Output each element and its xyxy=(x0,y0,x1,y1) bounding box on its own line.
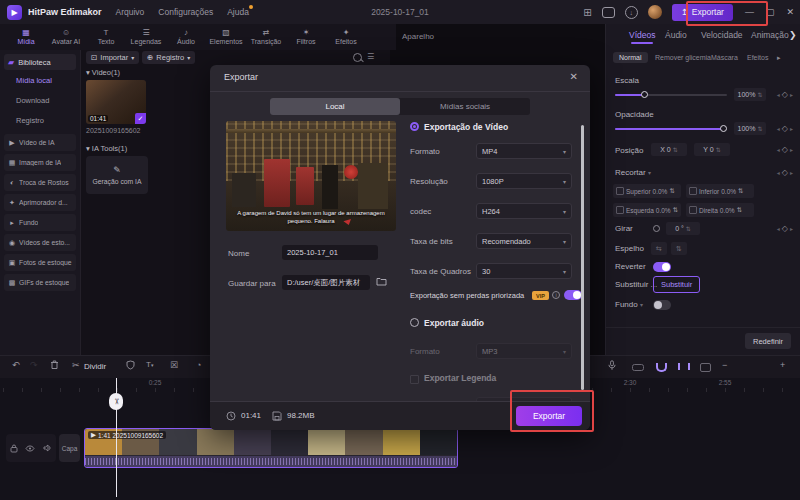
sidebar-item-midia-local[interactable]: Mídia local xyxy=(16,76,52,85)
rotate-keyframe[interactable]: ◂◇▸ xyxy=(777,224,793,233)
sidebar-item-video-ia[interactable]: ▶Vídeo de IA xyxy=(4,134,76,151)
scale-keyframe[interactable]: ◂◇▸ xyxy=(777,90,793,99)
destination-input[interactable]: D:/user/桌面/图片素材 xyxy=(282,275,370,290)
sidebar-item-troca-rostos[interactable]: ◐Troca de Rostos xyxy=(4,174,76,191)
magnet-icon[interactable] xyxy=(656,363,667,372)
sidebar-item-biblioteca[interactable]: ▰ Biblioteca xyxy=(4,54,76,70)
lossless-toggle[interactable] xyxy=(564,290,582,300)
audio-export-radio[interactable] xyxy=(410,318,419,327)
zoom-in-icon[interactable]: + xyxy=(780,360,785,370)
more-tabs-icon[interactable]: ❯ xyxy=(789,30,797,40)
position-x-field[interactable]: X0⇅ xyxy=(651,143,687,156)
lock-icon[interactable] xyxy=(10,444,18,453)
menu-configuracoes[interactable]: Configurações xyxy=(158,7,213,17)
subtab-normal[interactable]: Normal xyxy=(613,52,648,63)
dialog-tab-social[interactable]: Mídias sociais xyxy=(400,98,530,115)
tab-texto[interactable]: TTexto xyxy=(86,28,126,46)
background-toggle[interactable] xyxy=(653,300,671,310)
menu-ajuda[interactable]: Ajuda xyxy=(227,7,249,17)
sidebar-item-videos-estoque[interactable]: ◉Vídeos de esto... xyxy=(4,234,76,251)
sidebar-item-imagem-ia[interactable]: ▦Imagem de IA xyxy=(4,154,76,171)
shield-icon[interactable] xyxy=(126,360,135,370)
link-icon[interactable] xyxy=(632,364,644,371)
tab-audio[interactable]: ♪Áudio xyxy=(166,28,206,46)
download-icon[interactable]: ↓ xyxy=(625,6,638,19)
ia-generation-card[interactable]: ✎ Geração com IA xyxy=(86,156,148,194)
scale-slider[interactable] xyxy=(615,94,727,96)
video-thumbnail[interactable]: 01:41 ✓ xyxy=(86,80,146,124)
crop-left-field[interactable]: Esquerda0.0%⇅ xyxy=(613,203,681,217)
mute-icon[interactable] xyxy=(43,444,52,452)
microphone-icon[interactable] xyxy=(608,360,616,371)
sidebar-item-aprimorador[interactable]: ✦Aprimorador d... xyxy=(4,194,76,211)
bracket-icon[interactable] xyxy=(678,363,690,370)
inspector-tab-videos[interactable]: Vídeos xyxy=(629,30,655,40)
sidebar-item-gifs-estoque[interactable]: ▩GIFs de estoque xyxy=(4,274,76,291)
framerate-dropdown[interactable]: 30▾ xyxy=(476,263,572,279)
device-selector[interactable]: Aparelho xyxy=(402,32,434,41)
cover-button[interactable]: Capa xyxy=(59,434,80,462)
import-button[interactable]: ⊡Importar▾ xyxy=(86,51,139,64)
redo-icon[interactable]: ↷ xyxy=(30,360,38,370)
clear-marks-icon[interactable]: ☒ xyxy=(170,360,178,370)
replace-button[interactable]: Substituir xyxy=(653,276,700,293)
rotate-value[interactable]: 0°⇅ xyxy=(666,222,700,235)
layout-icon[interactable]: ⊞ xyxy=(583,7,591,18)
tab-avatar-ai[interactable]: ☺Avatar AI xyxy=(46,28,86,46)
search-icon[interactable] xyxy=(353,53,362,62)
dialog-close-icon[interactable]: ✕ xyxy=(570,71,578,82)
subtab-mascara[interactable]: Máscara xyxy=(711,54,738,61)
tab-filtros[interactable]: ✶Filtros xyxy=(286,28,326,46)
codec-dropdown[interactable]: H264▾ xyxy=(476,203,572,219)
split-label[interactable]: Dividir xyxy=(84,362,106,371)
zoom-out-icon[interactable]: − xyxy=(722,360,727,370)
crop-keyframe[interactable]: ◂◇▸ xyxy=(777,168,793,177)
sidebar-item-fundo[interactable]: ▸Fundo xyxy=(4,214,76,231)
position-y-field[interactable]: Y0⇅ xyxy=(694,143,730,156)
video-export-radio[interactable] xyxy=(410,122,419,131)
list-view-icon[interactable]: ☰ xyxy=(367,52,374,61)
playhead-scissors-handle[interactable]: ✂ xyxy=(109,393,123,410)
ia-tools-group-header[interactable]: ▾ IA Tools(1) xyxy=(86,144,127,153)
speed-icon[interactable]: ◔ xyxy=(196,360,201,370)
inspector-tab-velocidade[interactable]: Velocidade xyxy=(701,30,743,40)
auto-frame-icon[interactable] xyxy=(700,363,711,372)
subtitle-export-checkbox[interactable] xyxy=(410,375,419,384)
scale-value[interactable]: 100%⇅ xyxy=(734,88,766,101)
audio-format-dropdown[interactable]: MP3▾ xyxy=(476,343,572,359)
dialog-tab-local[interactable]: Local xyxy=(270,98,400,115)
tab-elementos[interactable]: ▧Elementos xyxy=(206,28,246,46)
tab-midia[interactable]: ▦Mídia xyxy=(6,28,46,46)
eye-icon[interactable] xyxy=(25,445,35,452)
info-icon[interactable]: i xyxy=(552,291,560,299)
position-keyframe[interactable]: ◂◇▸ xyxy=(777,145,793,154)
video-group-header[interactable]: ▾ Video(1) xyxy=(86,68,120,77)
delete-icon[interactable] xyxy=(50,360,59,370)
mirror-vertical-button[interactable]: ⇅ xyxy=(671,242,687,255)
playhead[interactable]: ✂ xyxy=(116,377,117,497)
opacity-slider[interactable] xyxy=(615,128,727,130)
tab-efeitos[interactable]: ✦Efeitos xyxy=(326,28,366,46)
record-button[interactable]: ⊕Registro▾ xyxy=(142,51,195,64)
opacity-keyframe[interactable]: ◂◇▸ xyxy=(777,124,793,133)
format-dropdown[interactable]: MP4▾ xyxy=(476,143,572,159)
opacity-value[interactable]: 100%⇅ xyxy=(734,122,766,135)
close-button[interactable]: ✕ xyxy=(786,7,794,17)
text-tool-icon[interactable]: T▾ xyxy=(146,360,153,369)
user-avatar[interactable] xyxy=(648,5,662,19)
crop-top-field[interactable]: Superior0.0%⇅ xyxy=(613,184,681,198)
inspector-tab-animacao[interactable]: Animação xyxy=(751,30,789,40)
sidebar-item-download[interactable]: Download xyxy=(16,96,49,105)
folder-browse-icon[interactable] xyxy=(376,277,387,286)
reverse-toggle[interactable] xyxy=(653,262,671,272)
name-input[interactable]: 2025-10-17_01 xyxy=(282,245,378,260)
dialog-scrollbar[interactable] xyxy=(581,125,584,390)
subtab-efeitos[interactable]: Efeitos xyxy=(747,54,768,61)
subtab-remover[interactable]: Remover glicemia xyxy=(655,54,711,61)
bitrate-dropdown[interactable]: Recomendado▾ xyxy=(476,233,572,249)
feedback-icon[interactable] xyxy=(602,7,615,18)
undo-icon[interactable]: ↶ xyxy=(12,360,20,370)
reset-button[interactable]: Redefinir xyxy=(745,333,791,349)
mirror-horizontal-button[interactable]: ⇆ xyxy=(651,242,667,255)
tab-transicao[interactable]: ⇄Transição xyxy=(246,28,286,46)
